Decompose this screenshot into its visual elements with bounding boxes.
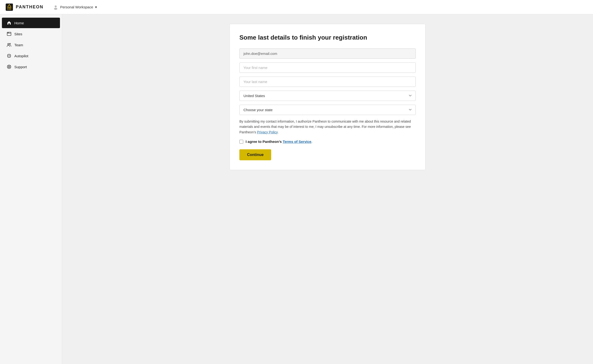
svg-point-15 — [9, 55, 10, 56]
workspace-selector[interactable]: Personal Workspace ▾ — [53, 5, 97, 10]
user-icon — [53, 5, 58, 10]
last-name-field[interactable] — [239, 77, 416, 87]
registration-form-card: Some last details to finish your registr… — [229, 24, 425, 170]
state-group: Choose your state Alabama Alaska Arizona… — [239, 105, 416, 115]
terms-checkbox[interactable] — [239, 140, 243, 143]
svg-point-6 — [55, 6, 57, 7]
svg-point-13 — [10, 43, 11, 45]
support-icon — [7, 65, 12, 69]
autopilot-icon — [7, 53, 12, 58]
sidebar-item-sites-label: Sites — [14, 32, 22, 36]
last-name-group — [239, 77, 416, 87]
terms-label[interactable]: I agree to Pantheon’s Terms of Service. — [246, 140, 312, 143]
sidebar-item-support[interactable]: Support — [2, 62, 60, 72]
terms-row: I agree to Pantheon’s Terms of Service. — [239, 140, 416, 143]
svg-point-7 — [54, 8, 57, 10]
home-icon — [7, 20, 12, 25]
state-select[interactable]: Choose your state Alabama Alaska Arizona… — [239, 105, 416, 115]
country-group: United States Canada United Kingdom Aust… — [239, 91, 416, 101]
country-select[interactable]: United States Canada United Kingdom Aust… — [239, 91, 416, 101]
sidebar-item-home-label: Home — [14, 21, 24, 25]
sidebar-item-home[interactable]: Home — [2, 18, 60, 28]
sidebar: Home Sites — [0, 14, 62, 364]
header: PANTHEON Personal Workspace ▾ — [0, 0, 593, 14]
svg-point-10 — [8, 32, 8, 33]
privacy-policy-link[interactable]: Privacy Policy — [257, 130, 278, 134]
workspace-label: Personal Workspace — [60, 5, 93, 9]
svg-rect-5 — [9, 7, 10, 10]
workspace-chevron-icon: ▾ — [95, 5, 97, 9]
consent-text: By submitting my contact information, I … — [239, 119, 416, 135]
email-field[interactable] — [239, 48, 416, 59]
sidebar-item-team[interactable]: Team — [2, 39, 60, 50]
sidebar-item-support-label: Support — [14, 65, 27, 69]
svg-point-21 — [8, 66, 10, 67]
first-name-field[interactable] — [239, 63, 416, 73]
sidebar-item-sites[interactable]: Sites — [2, 29, 60, 39]
svg-point-11 — [8, 32, 9, 33]
svg-rect-2 — [7, 7, 11, 7]
svg-rect-3 — [8, 7, 8, 10]
svg-point-12 — [8, 43, 9, 45]
sites-icon — [7, 32, 12, 36]
pantheon-logo-icon — [5, 3, 14, 12]
sidebar-item-team-label: Team — [14, 43, 23, 47]
form-title: Some last details to finish your registr… — [239, 34, 416, 42]
sidebar-item-autopilot[interactable]: Autopilot — [2, 51, 60, 61]
team-icon — [7, 42, 12, 47]
main-content: Some last details to finish your registr… — [62, 14, 593, 364]
email-group — [239, 48, 416, 59]
sidebar-item-autopilot-label: Autopilot — [14, 54, 28, 58]
logo[interactable]: PANTHEON — [5, 3, 43, 12]
continue-button[interactable]: Continue — [239, 149, 271, 160]
logo-text: PANTHEON — [16, 5, 43, 10]
first-name-group — [239, 63, 416, 73]
terms-of-service-link[interactable]: Terms of Service — [283, 140, 311, 143]
svg-rect-4 — [11, 7, 11, 10]
